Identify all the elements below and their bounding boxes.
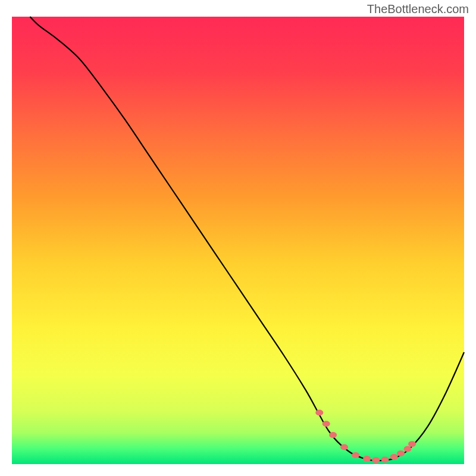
- highlight-point: [322, 421, 330, 427]
- plot-background: [12, 17, 464, 464]
- watermark-text: TheBottleneck.com: [367, 2, 469, 16]
- highlight-point: [381, 456, 389, 462]
- highlight-point: [397, 450, 405, 456]
- highlight-point: [340, 444, 348, 450]
- highlight-point: [315, 410, 323, 416]
- highlight-point: [352, 452, 359, 458]
- highlight-point: [404, 446, 412, 452]
- highlight-point: [363, 456, 371, 462]
- highlight-point: [329, 432, 337, 438]
- bottleneck-chart: [0, 0, 476, 476]
- highlight-point: [372, 457, 380, 463]
- highlight-point: [390, 454, 398, 460]
- chart-container: TheBottleneck.com: [0, 0, 476, 476]
- highlight-point: [408, 441, 416, 447]
